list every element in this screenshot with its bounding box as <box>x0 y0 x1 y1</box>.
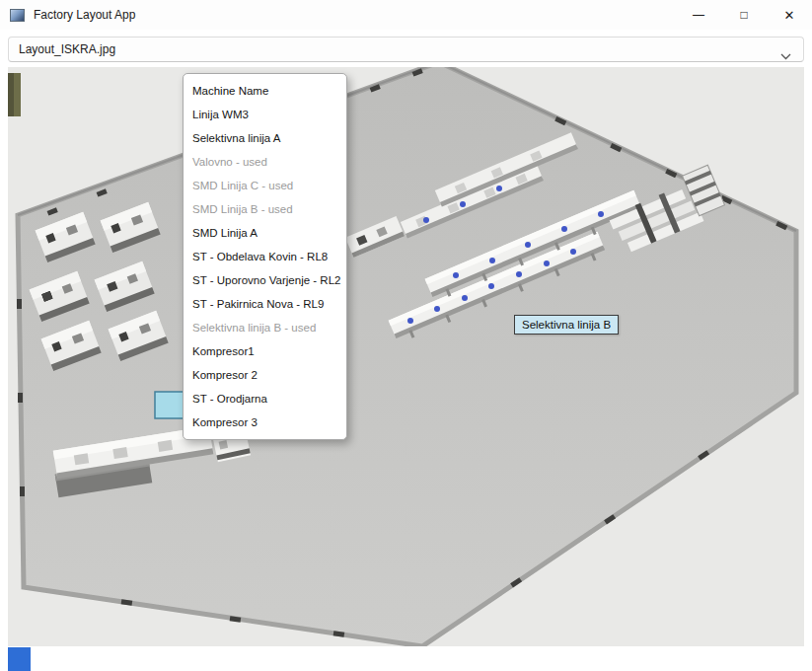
menu-header-machine-name: Machine Name <box>184 79 346 103</box>
window-controls: — □ ✕ <box>676 0 812 30</box>
factory-floor <box>18 67 796 646</box>
menu-item-st-orodjarna[interactable]: ST - Orodjarna <box>184 387 346 410</box>
machine-label-tooltip: Selektivna linija B <box>514 315 619 335</box>
layout-file-select[interactable]: Layout_ISKRA.jpg <box>8 37 804 62</box>
app-icon <box>10 9 25 22</box>
menu-item-linija-wm3[interactable]: Linija WM3 <box>184 103 346 126</box>
menu-item-kompresor-2[interactable]: Kompresor 2 <box>184 363 346 387</box>
menu-item-valovno-used: Valovno - used <box>184 150 346 174</box>
menu-item-kompresor1[interactable]: Kompresor1 <box>184 339 346 363</box>
menu-item-smd-linija-c-used: SMD Linija C - used <box>184 174 346 197</box>
selection-highlight[interactable] <box>155 392 185 418</box>
menu-item-st-obdelava-kovin-rl8[interactable]: ST - Obdelava Kovin - RL8 <box>184 245 346 268</box>
menu-item-selektivna-linija-b-used: Selektivna linija B - used <box>184 316 346 339</box>
left-vegetation <box>8 73 21 116</box>
window-title: Factory Layout App <box>34 8 135 22</box>
scene-canvas[interactable]: Selektivna linija B <box>8 67 804 646</box>
menu-item-selektivna-linija-a[interactable]: Selektivna linija A <box>184 126 346 150</box>
app-window: Factory Layout App — □ ✕ Layout_ISKRA.jp… <box>0 0 812 671</box>
minimize-button[interactable]: — <box>676 0 721 30</box>
menu-item-smd-linija-a[interactable]: SMD Linija A <box>184 221 346 245</box>
menu-item-st-pakirnica-nova-rl9[interactable]: ST - Pakirnica Nova - RL9 <box>184 292 346 316</box>
layout-file-value: Layout_ISKRA.jpg <box>19 42 115 56</box>
menu-item-smd-linija-b-used: SMD Linija B - used <box>184 197 346 221</box>
maximize-button[interactable]: □ <box>721 0 767 30</box>
menu-item-st-uporovno-varjenje-rl2[interactable]: ST - Uporovno Varjenje - RL2 <box>184 268 346 292</box>
blue-accent-chip <box>8 647 31 671</box>
titlebar: Factory Layout App — □ ✕ <box>0 0 812 30</box>
close-button[interactable]: ✕ <box>767 0 812 30</box>
chevron-down-icon <box>780 46 791 64</box>
machine-name-menu: Machine Name Linija WM3 Selektivna linij… <box>183 73 347 440</box>
menu-item-kompresor-3[interactable]: Kompresor 3 <box>184 410 346 434</box>
